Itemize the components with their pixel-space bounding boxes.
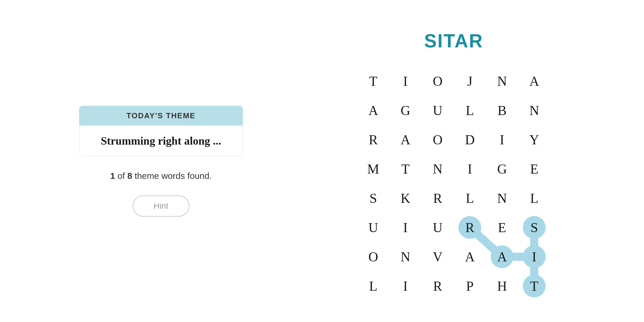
cell-letter: S (362, 187, 385, 210)
grid-cell[interactable]: L (357, 271, 389, 301)
grid-cell[interactable]: R (454, 213, 486, 242)
grid-cell[interactable]: A (357, 96, 389, 125)
grid-cell[interactable]: I (389, 66, 422, 96)
grid-cell[interactable]: I (389, 213, 422, 242)
grid-cell[interactable]: I (454, 154, 486, 184)
cell-letter: J (458, 70, 481, 93)
grid-cell[interactable]: A (486, 242, 518, 271)
puzzle-title: SITAR (424, 30, 483, 52)
grid-cell[interactable]: N (389, 242, 422, 271)
cell-letter: U (426, 99, 449, 122)
cell-letter: N (394, 245, 417, 268)
grid-cell[interactable]: T (389, 154, 422, 184)
cell-letter: L (362, 275, 385, 297)
cell-letter: I (394, 216, 417, 239)
theme-card: TODAY'S THEME Strumming right along ... (79, 106, 243, 156)
letter-grid[interactable]: TIOJNAAGULBNRAODIYMTNIGESKRLNLUIURESONVA… (357, 66, 550, 301)
grid-cell[interactable]: U (357, 213, 389, 242)
right-panel: SITAR TIOJNAAGULBNRAODIYMTNIGESKRLNLUIUR… (293, 21, 615, 301)
grid-cell[interactable]: S (518, 213, 550, 242)
theme-card-body: Strumming right along ... (79, 126, 243, 156)
grid-cell[interactable]: T (357, 66, 389, 96)
left-panel: TODAY'S THEME Strumming right along ... … (29, 106, 293, 217)
words-found-text: 1 of 8 theme words found. (110, 171, 212, 181)
cell-letter: R (426, 275, 449, 297)
cell-letter: A (523, 70, 546, 93)
cell-letter: Y (523, 128, 546, 151)
grid-cell[interactable]: A (389, 125, 422, 154)
grid-cell[interactable]: V (422, 242, 454, 271)
grid-cell[interactable]: D (454, 125, 486, 154)
hint-button[interactable]: Hint (133, 196, 189, 217)
cell-letter: T (362, 70, 385, 93)
cell-letter: R (458, 216, 481, 239)
cell-letter: I (394, 70, 417, 93)
cell-letter: U (426, 216, 449, 239)
cell-letter: E (491, 216, 513, 239)
cell-letter: N (523, 99, 546, 122)
cell-letter: V (426, 245, 449, 268)
theme-text: Strumming right along ... (101, 135, 221, 147)
cell-letter: T (394, 157, 417, 180)
cell-letter: R (362, 128, 385, 151)
grid-cell[interactable]: U (422, 213, 454, 242)
grid-cell[interactable]: B (486, 96, 518, 125)
cell-letter: G (394, 99, 417, 122)
grid-cell[interactable]: G (389, 96, 422, 125)
grid-cell[interactable]: N (486, 184, 518, 213)
grid-cell[interactable]: L (518, 184, 550, 213)
grid-cell[interactable]: R (357, 125, 389, 154)
cell-letter: I (491, 128, 513, 151)
grid-cell[interactable]: H (486, 271, 518, 301)
grid-cell[interactable]: A (454, 242, 486, 271)
cell-letter: I (394, 275, 417, 297)
grid-cell[interactable]: E (486, 213, 518, 242)
grid-cell[interactable]: R (422, 271, 454, 301)
grid-cell[interactable]: Y (518, 125, 550, 154)
cell-letter: M (362, 157, 385, 180)
grid-cell[interactable]: S (357, 184, 389, 213)
grid-cell[interactable]: M (357, 154, 389, 184)
grid-cell[interactable]: U (422, 96, 454, 125)
cell-letter: P (458, 275, 481, 297)
cell-letter: U (362, 216, 385, 239)
cell-letter: L (458, 187, 481, 210)
grid-cell[interactable]: I (389, 271, 422, 301)
grid-cell[interactable]: G (486, 154, 518, 184)
grid-cell[interactable]: L (454, 184, 486, 213)
cell-letter: L (458, 99, 481, 122)
cell-letter: I (458, 157, 481, 180)
cell-letter: A (458, 245, 481, 268)
grid-cell[interactable]: R (422, 184, 454, 213)
cell-letter: G (491, 157, 513, 180)
cell-letter: B (491, 99, 513, 122)
cell-letter: N (491, 187, 513, 210)
grid-cell[interactable]: N (422, 154, 454, 184)
grid-cell[interactable]: O (422, 66, 454, 96)
cell-letter: A (394, 128, 417, 151)
grid-cell[interactable]: I (486, 125, 518, 154)
grid-cell[interactable]: I (518, 242, 550, 271)
grid-cell[interactable]: N (486, 66, 518, 96)
grid-cell[interactable]: T (518, 271, 550, 301)
cell-letter: E (523, 157, 546, 180)
theme-label: TODAY'S THEME (126, 111, 196, 120)
cell-letter: R (426, 187, 449, 210)
cell-letter: N (426, 157, 449, 180)
grid-cell[interactable]: A (518, 66, 550, 96)
cell-letter: O (362, 245, 385, 268)
cell-letter: N (491, 70, 513, 93)
cell-letter: O (426, 128, 449, 151)
cell-letter: T (523, 275, 546, 297)
grid-cell[interactable]: N (518, 96, 550, 125)
grid-cell[interactable]: J (454, 66, 486, 96)
grid-container: TIOJNAAGULBNRAODIYMTNIGESKRLNLUIURESONVA… (357, 66, 550, 301)
cell-letter: I (523, 245, 546, 268)
grid-cell[interactable]: L (454, 96, 486, 125)
grid-cell[interactable]: O (422, 125, 454, 154)
cell-letter: A (491, 245, 513, 268)
grid-cell[interactable]: O (357, 242, 389, 271)
grid-cell[interactable]: E (518, 154, 550, 184)
grid-cell[interactable]: P (454, 271, 486, 301)
grid-cell[interactable]: K (389, 184, 422, 213)
